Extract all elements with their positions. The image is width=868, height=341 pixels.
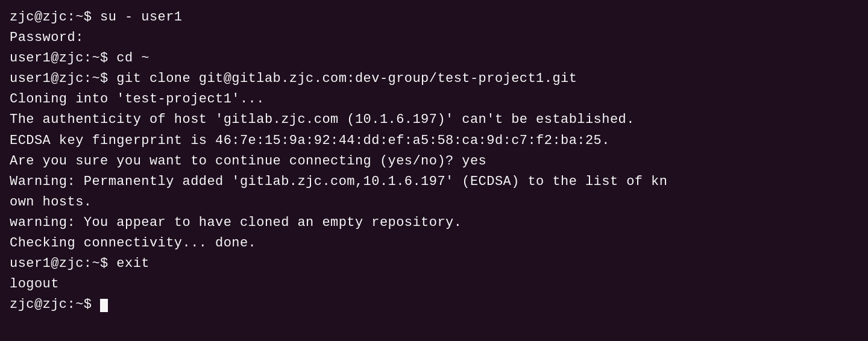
terminal-line: Are you sure you want to continue connec… (10, 151, 858, 172)
terminal-line: ECDSA key fingerprint is 46:7e:15:9a:92:… (10, 131, 858, 151)
terminal-line: Password: (10, 28, 858, 48)
terminal-line: own hosts. (10, 192, 858, 213)
terminal-line: user1@zjc:~$ exit (10, 254, 858, 274)
terminal-line: logout (10, 274, 858, 295)
terminal-line: user1@zjc:~$ cd ~ (10, 48, 858, 69)
terminal-line: Checking connectivity... done. (10, 233, 858, 254)
terminal-line: user1@zjc:~$ git clone git@gitlab.zjc.co… (10, 69, 858, 89)
terminal-cursor (100, 299, 108, 312)
terminal-window[interactable]: zjc@zjc:~$ su - user1Password:user1@zjc:… (10, 7, 858, 334)
terminal-line: The authenticity of host 'gitlab.zjc.com… (10, 110, 858, 130)
terminal-line: Warning: Permanently added 'gitlab.zjc.c… (10, 172, 858, 192)
terminal-line: zjc@zjc:~$ (10, 295, 858, 315)
terminal-line: warning: You appear to have cloned an em… (10, 213, 858, 233)
terminal-line: zjc@zjc:~$ su - user1 (10, 7, 858, 28)
terminal-line: Cloning into 'test-project1'... (10, 89, 858, 110)
